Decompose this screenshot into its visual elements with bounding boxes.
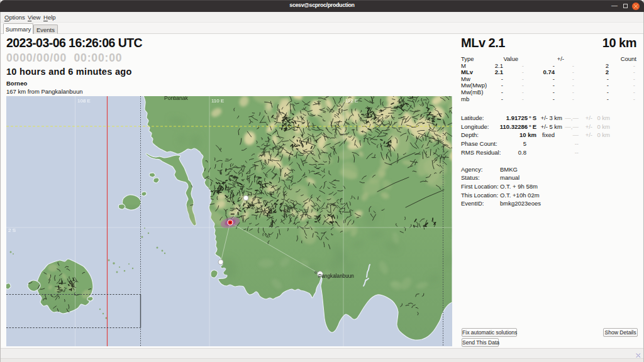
svg-text:2 S: 2 S [8,228,16,233]
svg-text:Pontianak: Pontianak [164,96,189,101]
svg-text:112 E: 112 E [345,98,358,104]
svg-text:Pangkalanbuun: Pangkalanbuun [318,273,354,279]
svg-text:110 E: 110 E [211,98,224,104]
svg-text:108 E: 108 E [77,98,91,104]
